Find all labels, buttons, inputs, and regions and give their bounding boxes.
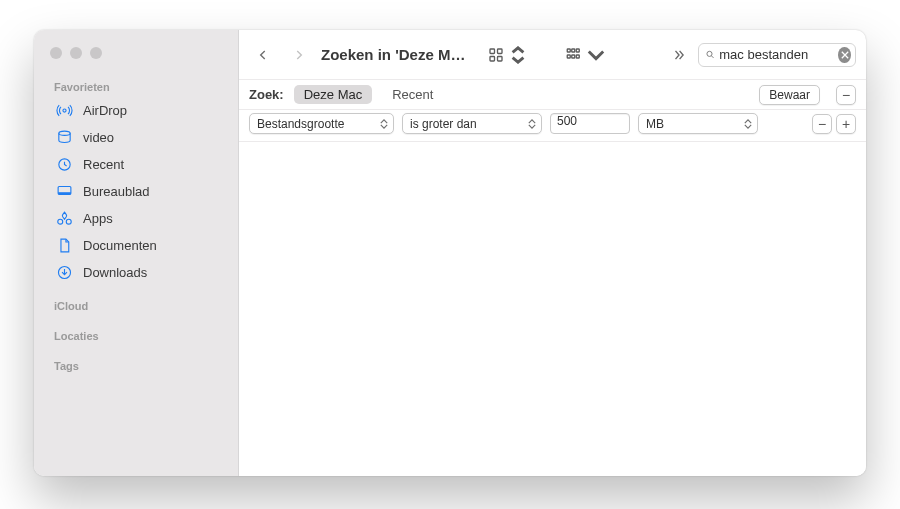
search-field[interactable]: [698, 43, 856, 67]
sidebar-item-recent[interactable]: Recent: [34, 151, 238, 178]
svg-point-16: [707, 51, 712, 56]
svg-rect-8: [490, 56, 495, 61]
criteria-operator-select[interactable]: is groter dan: [402, 113, 542, 134]
svg-rect-15: [577, 55, 580, 58]
criteria-attribute-select[interactable]: Bestandsgrootte: [249, 113, 394, 134]
svg-rect-6: [490, 49, 495, 54]
search-icon: [705, 48, 715, 61]
sidebar-item-label: Recent: [83, 157, 124, 172]
select-value: is groter dan: [410, 117, 477, 131]
updown-icon: [378, 116, 390, 131]
svg-rect-14: [572, 55, 575, 58]
svg-rect-7: [498, 49, 503, 54]
sidebar-section-favorites: Favorieten AirDrop video: [34, 77, 238, 286]
sidebar-heading-tags: Tags: [34, 356, 238, 376]
toolbar-overflow-button[interactable]: [668, 48, 690, 62]
window-title: Zoeken in 'Deze M…: [321, 46, 465, 63]
criteria-unit-select[interactable]: MB: [638, 113, 758, 134]
document-icon: [56, 237, 73, 254]
forward-button[interactable]: [285, 42, 313, 68]
desktop-icon: [56, 183, 73, 200]
criteria-add-button[interactable]: +: [836, 114, 856, 134]
svg-rect-10: [568, 49, 571, 52]
svg-rect-4: [58, 192, 71, 194]
back-button[interactable]: [249, 42, 277, 68]
results-area: [239, 142, 866, 476]
sidebar-item-desktop[interactable]: Bureaublad: [34, 178, 238, 205]
sidebar-heading-favorites: Favorieten: [34, 77, 238, 97]
fullscreen-button[interactable]: [90, 47, 102, 59]
sidebar-item-label: AirDrop: [83, 103, 127, 118]
sidebar-item-downloads[interactable]: Downloads: [34, 259, 238, 286]
updown-icon: [526, 116, 538, 131]
chevrons-right-icon: [671, 48, 687, 62]
criteria-remove-button[interactable]: −: [812, 114, 832, 134]
search-scope-bar: Zoek: Deze Mac Recent Bewaar −: [239, 80, 866, 110]
clock-icon: [56, 156, 73, 173]
finder-window: Favorieten AirDrop video: [34, 30, 866, 476]
disk-icon: [56, 129, 73, 146]
updown-icon: [509, 46, 527, 64]
sidebar-item-video[interactable]: video: [34, 124, 238, 151]
chevron-down-icon: [587, 46, 605, 64]
icon-view-icon: [487, 46, 505, 64]
criteria-value-input[interactable]: [557, 114, 623, 128]
criteria-value-field[interactable]: [550, 113, 630, 134]
save-search-button[interactable]: Bewaar: [759, 85, 820, 105]
scope-this-mac[interactable]: Deze Mac: [294, 85, 373, 104]
svg-rect-11: [572, 49, 575, 52]
svg-rect-12: [577, 49, 580, 52]
downloads-icon: [56, 264, 73, 281]
view-mode-button[interactable]: [487, 46, 527, 64]
toolbar: Zoeken in 'Deze M…: [239, 30, 866, 80]
apps-icon: [56, 210, 73, 227]
group-by-button[interactable]: [565, 46, 605, 64]
svg-rect-9: [498, 56, 503, 61]
minimize-button[interactable]: [70, 47, 82, 59]
sidebar-heading-locations: Locaties: [34, 326, 238, 346]
sidebar-item-label: video: [83, 130, 114, 145]
svg-point-0: [63, 109, 66, 112]
sidebar-heading-icloud: iCloud: [34, 296, 238, 316]
main-area: Zoeken in 'Deze M…: [239, 30, 866, 476]
window-controls: [34, 42, 238, 77]
sidebar-item-apps[interactable]: Apps: [34, 205, 238, 232]
remove-criteria-button[interactable]: −: [836, 85, 856, 105]
svg-point-1: [59, 131, 70, 135]
scope-recent[interactable]: Recent: [382, 85, 443, 104]
close-button[interactable]: [50, 47, 62, 59]
sidebar-section-icloud: iCloud: [34, 296, 238, 316]
sidebar-item-documents[interactable]: Documenten: [34, 232, 238, 259]
search-criteria-row: Bestandsgrootte is groter dan: [239, 110, 866, 142]
select-value: MB: [646, 117, 664, 131]
select-value: Bestandsgrootte: [257, 117, 344, 131]
group-icon: [565, 46, 583, 64]
scope-label: Zoek:: [249, 87, 284, 102]
search-input[interactable]: [719, 47, 834, 62]
clear-search-button[interactable]: [838, 47, 851, 63]
sidebar-item-airdrop[interactable]: AirDrop: [34, 97, 238, 124]
updown-icon: [742, 116, 754, 131]
sidebar-item-label: Downloads: [83, 265, 147, 280]
sidebar-item-label: Bureaublad: [83, 184, 150, 199]
x-icon: [841, 51, 849, 59]
svg-rect-13: [568, 55, 571, 58]
sidebar-section-tags: Tags: [34, 356, 238, 376]
sidebar-item-label: Apps: [83, 211, 113, 226]
sidebar-item-label: Documenten: [83, 238, 157, 253]
airdrop-icon: [56, 102, 73, 119]
sidebar: Favorieten AirDrop video: [34, 30, 239, 476]
sidebar-section-locations: Locaties: [34, 326, 238, 346]
